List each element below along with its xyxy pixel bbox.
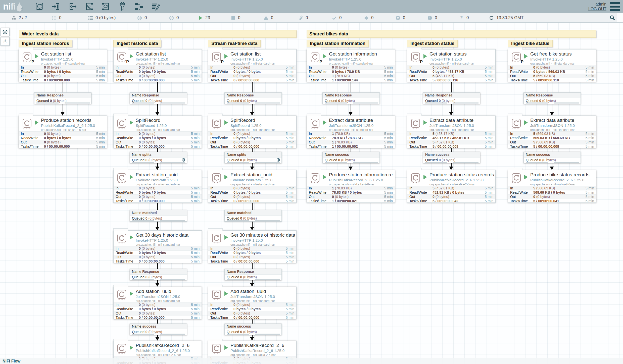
connection-label-success[interactable]: Name success Queued 0 (0 bytes) xyxy=(423,152,480,163)
stat-period: 5 min xyxy=(191,255,200,259)
processor-name: PublishKafkaRecord_2_6 xyxy=(136,343,200,348)
processor-add-station-uuid[interactable]: Add station_uuid JoltTransformJSON 1.25.… xyxy=(113,287,202,319)
label-ingest-station-status[interactable]: Ingest station status xyxy=(407,40,458,47)
output-port-toolbar-icon[interactable] xyxy=(68,2,77,11)
label-toolbar-icon[interactable] xyxy=(151,2,160,11)
stat-row-out: Out 0 (0 bytes) 5 min xyxy=(208,194,296,199)
connection-label-response[interactable]: Name Response Queued 0 (0 bytes) xyxy=(423,92,480,104)
processor-name: Produce station records xyxy=(41,118,105,123)
connection-label-matched[interactable]: Name matched Queued 0 (0 bytes) xyxy=(130,210,187,222)
search-button[interactable] xyxy=(608,14,616,22)
invalid-icon xyxy=(263,15,269,21)
processor-extract-data-attribute[interactable]: Extract data attribute JoltTransformJSON… xyxy=(307,116,395,148)
status-up-to-date: 0 xyxy=(332,13,342,23)
processor-bundle: org.apache.nifi - nifi-kafka-2-6-nar xyxy=(41,128,105,132)
connection-label-response[interactable]: Name Response Queued 0 (0 bytes) xyxy=(34,92,91,104)
breadcrumb[interactable]: NiFi Flow xyxy=(3,359,20,363)
stat-row-out: Out 5 (568.69 KB) 5 min xyxy=(508,140,596,144)
remote-process-group-toolbar-icon[interactable] xyxy=(101,2,111,11)
group-label-water-levels-data[interactable]: Water levels data xyxy=(19,30,297,38)
connection-label-success[interactable]: Name success Queued 0 (0 bytes) xyxy=(322,152,380,163)
processor-produce-station-records[interactable]: Produce station records PublishKafkaReco… xyxy=(19,116,107,148)
stat-period: 5 min xyxy=(586,70,594,74)
processor-get-station-list[interactable]: P Get station list InvokeHTTP 1.25.0 org… xyxy=(19,49,107,82)
processor-extract-station-uuid[interactable]: Extract station_uuid EvaluateJsonPath 1.… xyxy=(113,170,202,203)
global-menu-button[interactable] xyxy=(610,2,620,11)
processor-produce-station-status-records[interactable]: Produce station status records PublishKa… xyxy=(407,170,496,203)
processor-splitrecord[interactable]: SplitRecord SplitRecord 1.25.0 org.apach… xyxy=(208,116,297,148)
process-group-toolbar-icon[interactable] xyxy=(84,2,94,11)
input-port-toolbar-icon[interactable] xyxy=(51,2,61,11)
processor-icon: P xyxy=(116,52,127,63)
status-running-count: 23 xyxy=(205,15,210,20)
template-toolbar-icon[interactable] xyxy=(134,2,144,11)
connection-label-response[interactable]: Name Response Queued 0 (0 bytes) xyxy=(224,269,282,280)
processor-extract-station-uuid[interactable]: Extract station_uuid EvaluateJsonPath 1.… xyxy=(208,170,297,203)
processor-stats: In 0 (0 bytes) 5 min Read/Write 0 bytes … xyxy=(19,65,107,82)
processor-extract-data-attribute[interactable]: Extract data attribute JoltTransformJSON… xyxy=(407,116,496,148)
processor-type: InvokeHTTP 1.25.0 xyxy=(136,238,200,242)
flow-canvas[interactable]: ☝ Water levels dataShared bikes dataInge… xyxy=(0,23,623,364)
processor-get-station-list[interactable]: P Get station list InvokeHTTP 1.25.0 org… xyxy=(208,49,297,82)
processor-get-free-bike-status[interactable]: P Get free bike status InvokeHTTP 1.25.0… xyxy=(508,49,596,82)
status-not-transmitting: 0 xyxy=(169,13,179,23)
processor-get-30-days-historic-data[interactable]: Get 30 days historic data InvokeHTTP 1.2… xyxy=(113,230,202,263)
stat-period: 5 min xyxy=(286,246,294,250)
processor-icon xyxy=(211,343,222,354)
connection-label-response[interactable]: Name Response Queued 0 (0 bytes) xyxy=(224,92,282,104)
processor-get-30-minutes-of-historic-data[interactable]: Get 30 minutes of historic data InvokeHT… xyxy=(208,230,297,263)
logout-link[interactable]: LOG OUT xyxy=(588,7,606,11)
label-ingest-bike-status[interactable]: Ingest bike status xyxy=(508,40,553,47)
connection-label-splits[interactable]: Name splits Queued 0 (0 bytes) xyxy=(130,152,187,163)
operate-palette-button[interactable]: ☝ xyxy=(1,37,10,46)
processor-get-station-status[interactable]: P Get station status InvokeHTTP 1.25.0 o… xyxy=(407,49,496,82)
label-ingest-station-information[interactable]: Ingest station information xyxy=(307,40,369,47)
stat-row-tasks-time: Tasks/Time 0 / 00:00:00.000 5 min xyxy=(114,259,202,263)
connection-label-response[interactable]: Name Response Queued 0 (0 bytes) xyxy=(130,92,187,104)
stat-period: 5 min xyxy=(286,311,294,315)
connection-label-splits[interactable]: Name splits Queued 0 (0 bytes) xyxy=(224,152,282,163)
navigate-palette-button[interactable] xyxy=(1,28,10,36)
load-balance-icon xyxy=(276,158,280,163)
processor-get-station-information[interactable]: P Get station information InvokeHTTP 1.2… xyxy=(307,49,395,82)
connection-label-response[interactable]: Name Response Queued 0 (0 bytes) xyxy=(523,92,581,104)
stat-period: 5 min xyxy=(96,132,105,136)
stat-row-out: Out 0 (0 bytes) 5 min xyxy=(19,140,107,144)
stat-period: 5 min xyxy=(191,136,200,140)
connection-label-success[interactable]: Name success Queued 0 (0 bytes) xyxy=(130,324,187,335)
stat-period: 5 min xyxy=(191,316,200,320)
stat-period: 5 min xyxy=(384,140,393,144)
processor-bundle: org.apache.nifi - nifi-standard-nar xyxy=(230,183,295,186)
stat-period: 5 min xyxy=(384,136,393,140)
connection-label-success[interactable]: Name success Queued 0 (0 bytes) xyxy=(523,152,581,163)
processor-splitrecord[interactable]: SplitRecord SplitRecord 1.25.0 org.apach… xyxy=(113,116,202,148)
queue-size-bar xyxy=(325,102,347,103)
running-status-icon xyxy=(323,120,326,125)
stat-row-out: Out 1 (78.83 KB) 5 min xyxy=(307,140,395,144)
processor-toolbar-icon[interactable] xyxy=(35,2,44,11)
processor-produce-bike-status-records[interactable]: Produce bike status records PublishKafka… xyxy=(508,170,596,203)
stat-row-out: Out 0 (0 bytes) 5 min xyxy=(19,74,107,78)
group-label-shared-bikes-data[interactable]: Shared bikes data xyxy=(307,30,596,38)
queue-bytes-bar xyxy=(554,102,579,103)
connection-label-response[interactable]: Name Response Queued 0 (0 bytes) xyxy=(130,269,187,280)
label-ingest-station-records[interactable]: Ingest station records xyxy=(19,40,72,47)
connection-label-response[interactable]: Name Response Queued 0 (0 bytes) xyxy=(322,92,380,104)
processor-get-station-list[interactable]: P Get station list InvokeHTTP 1.25.0 org… xyxy=(113,49,202,82)
connection-label-success[interactable]: Name success Queued 0 (0 bytes) xyxy=(224,324,282,335)
connection-label-matched[interactable]: Name matched Queued 0 (0 bytes) xyxy=(224,210,282,222)
queue-bytes-bar xyxy=(160,334,185,335)
processor-add-station-uuid[interactable]: Add station_uuid JoltTransformJSON 1.25.… xyxy=(208,287,297,319)
hand-icon: ☝ xyxy=(4,38,7,44)
queue-bytes-bar xyxy=(453,162,478,163)
funnel-toolbar-icon[interactable] xyxy=(118,2,127,11)
processor-produce-station-information-rec[interactable]: Produce station information rec... Publi… xyxy=(307,170,395,203)
status-stale-count: 0 xyxy=(403,15,405,20)
connection-name: Name Response xyxy=(524,93,581,98)
processor-extract-data-attribute[interactable]: Extract data attribute JoltTransformJSON… xyxy=(508,116,596,148)
label-stream-real-time-data[interactable]: Stream real-time data xyxy=(208,40,261,47)
refresh-icon[interactable] xyxy=(489,15,494,21)
processor-stats: In 0 (0 bytes) 5 min Read/Write 0 bytes … xyxy=(208,186,296,203)
status-invalid-count: 0 xyxy=(271,15,273,20)
label-ingest-historic-data[interactable]: Ingest historic data xyxy=(113,40,161,47)
